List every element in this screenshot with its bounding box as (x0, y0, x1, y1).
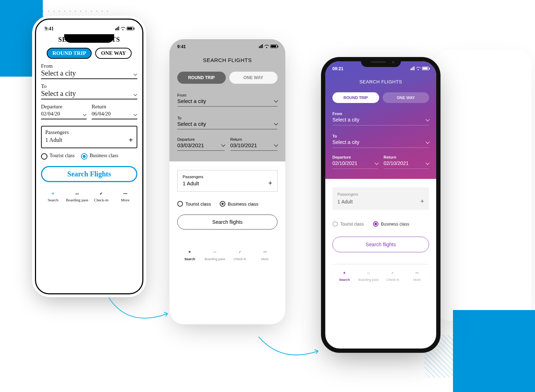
tourist-label: Tourist class (185, 201, 211, 207)
phone-notch (64, 34, 114, 43)
check-icon: ✔︎ (228, 248, 253, 256)
progress-arrow-2 (257, 335, 321, 363)
radio-icon (177, 201, 183, 207)
nav-checkin[interactable]: ✔︎Check-in (228, 248, 253, 261)
nav-boarding[interactable]: ▭Boarding pass (357, 269, 381, 282)
return-value: 02/10/2021 (384, 160, 409, 166)
trip-oneway-pill[interactable]: ONE WAY (95, 48, 132, 59)
to-label: To (332, 134, 429, 138)
passengers-value: 1 Adult (45, 137, 62, 143)
chevron-down-icon (133, 69, 137, 77)
departure-select[interactable]: 03/03/2021 (177, 142, 225, 148)
from-value: Select a city (332, 117, 359, 123)
to-select[interactable]: Select a city (332, 139, 429, 145)
nav-more[interactable]: •••More (113, 189, 138, 202)
nav-search[interactable]: ✈︎Search (41, 189, 65, 202)
search-flights-button[interactable]: Search flights (332, 237, 429, 252)
passengers-box[interactable]: Passengers 1 Adult+ (41, 126, 137, 148)
departure-select[interactable]: 02/10/2021 (332, 160, 378, 166)
chevron-down-icon (83, 110, 87, 118)
nav-search[interactable]: ✈︎Search (332, 269, 357, 282)
check-icon: ✔︎ (381, 269, 405, 277)
passengers-label: Passengers (337, 192, 424, 196)
return-label: Return (92, 104, 137, 110)
business-label: Business class (381, 222, 409, 227)
nav-more[interactable]: •••More (253, 248, 277, 261)
passengers-box[interactable]: Passengers 1 Adult+ (332, 187, 429, 210)
trip-oneway-pill[interactable]: ONE WAY (383, 92, 429, 103)
nav-search[interactable]: ✈︎Search (177, 248, 202, 261)
departure-label: Departure (41, 104, 87, 110)
plane-icon: ✈︎ (332, 269, 357, 277)
nav-more[interactable]: •••More (405, 269, 429, 282)
bottom-nav: ✈︎Search ▭Boarding pass ✔︎Check-in •••Mo… (41, 189, 137, 202)
status-indicators (411, 66, 429, 71)
phone-notch (361, 57, 401, 67)
trip-round-pill[interactable]: ROUND TRIP (177, 72, 226, 84)
from-select[interactable]: Select a city (41, 69, 137, 79)
return-label: Return (384, 155, 429, 159)
tourist-radio[interactable]: Tourist class (332, 221, 364, 227)
status-indicators (259, 44, 277, 49)
passengers-value: 1 Adult (183, 180, 199, 186)
return-select[interactable]: 03/10/2021 (230, 142, 278, 148)
business-radio[interactable]: Business class (81, 153, 118, 160)
to-value: Select a city (41, 89, 76, 98)
page-title: SEARCH FLIGHTS (177, 57, 277, 63)
to-label: To (177, 116, 277, 120)
search-flights-button[interactable]: Search Flights (41, 166, 137, 182)
chevron-down-icon (426, 140, 429, 144)
trip-round-pill[interactable]: ROUND TRIP (47, 48, 92, 59)
to-value: Select a city (177, 121, 206, 127)
return-select[interactable]: 06/04/20 (92, 110, 137, 119)
ticket-icon: ▭ (65, 189, 90, 198)
from-select[interactable]: Select a city (177, 98, 277, 104)
nav-checkin[interactable]: ✔︎Check-in (89, 189, 113, 202)
tourist-radio[interactable]: Tourist class (177, 201, 211, 207)
business-radio[interactable]: Business class (373, 221, 409, 227)
chevron-down-icon (133, 110, 137, 118)
from-value: Select a city (41, 69, 76, 77)
radio-icon (41, 153, 47, 160)
departure-label: Departure (332, 155, 378, 159)
more-icon: ••• (405, 269, 429, 277)
plane-icon: ✈︎ (177, 248, 202, 256)
trip-oneway-pill[interactable]: ONE WAY (229, 72, 278, 84)
chevron-down-icon (374, 161, 378, 165)
radio-icon (220, 201, 225, 207)
tourist-radio[interactable]: Tourist class (41, 153, 75, 160)
to-select[interactable]: Select a city (177, 121, 277, 127)
progress-arrow-1 (107, 296, 171, 328)
check-icon: ✔︎ (89, 189, 113, 198)
to-select[interactable]: Select a city (41, 89, 137, 99)
departure-select[interactable]: 02/04/20 (41, 110, 87, 119)
radio-icon (81, 153, 87, 160)
business-label: Business class (228, 201, 259, 207)
status-bar: 9:41 (177, 44, 277, 49)
departure-value: 02/04/20 (41, 111, 60, 117)
sketch-phone: 9:41 SEARCH FLIGHTS ROUND TRIP ONE WAY F… (32, 16, 146, 297)
ticket-icon: ▭ (202, 248, 227, 256)
return-select[interactable]: 02/10/2021 (384, 160, 429, 166)
chevron-down-icon (274, 98, 278, 102)
return-value: 03/10/2021 (230, 142, 257, 148)
plus-icon[interactable]: + (128, 135, 133, 145)
from-label: From (332, 112, 429, 116)
page-title: SEARCH FLIGHTS (332, 79, 429, 84)
nav-boarding[interactable]: ▭Boarding pass (202, 248, 227, 261)
from-select[interactable]: Select a city (332, 117, 429, 123)
passengers-label: Passengers (183, 175, 272, 179)
nav-boarding[interactable]: ▭Boarding pass (65, 189, 90, 202)
radio-icon (332, 221, 338, 227)
passengers-box[interactable]: Passengers 1 Adult+ (177, 170, 277, 192)
status-bar: 9:41 (41, 25, 137, 32)
nav-checkin[interactable]: ✔︎Check-in (381, 269, 405, 282)
plus-icon[interactable]: + (268, 180, 272, 187)
plane-icon: ✈︎ (41, 189, 65, 198)
bottom-nav: ✈︎Search ▭Boarding pass ✔︎Check-in •••Mo… (177, 244, 277, 267)
plus-icon[interactable]: + (420, 198, 424, 205)
departure-label: Departure (177, 137, 225, 141)
business-radio[interactable]: Business class (220, 201, 259, 207)
trip-round-pill[interactable]: ROUND TRIP (332, 92, 379, 103)
search-flights-button[interactable]: Search flights (177, 215, 277, 229)
